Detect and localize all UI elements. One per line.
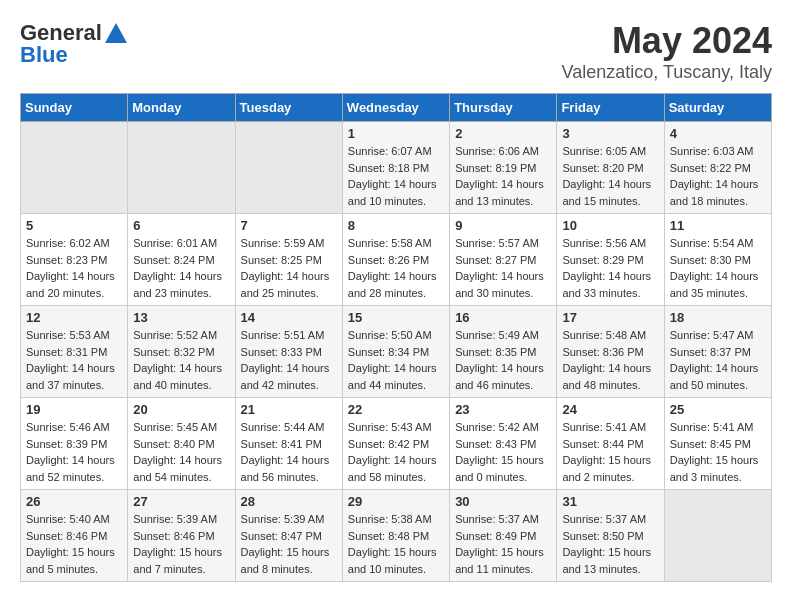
calendar-cell: 3Sunrise: 6:05 AM Sunset: 8:20 PM Daylig… [557, 122, 664, 214]
calendar-week-row: 5Sunrise: 6:02 AM Sunset: 8:23 PM Daylig… [21, 214, 772, 306]
day-number: 15 [348, 310, 444, 325]
day-info: Sunrise: 5:39 AM Sunset: 8:46 PM Dayligh… [133, 511, 229, 577]
day-info: Sunrise: 5:39 AM Sunset: 8:47 PM Dayligh… [241, 511, 337, 577]
calendar-cell: 10Sunrise: 5:56 AM Sunset: 8:29 PM Dayli… [557, 214, 664, 306]
day-info: Sunrise: 5:58 AM Sunset: 8:26 PM Dayligh… [348, 235, 444, 301]
day-number: 19 [26, 402, 122, 417]
day-of-week-header: Wednesday [342, 94, 449, 122]
day-number: 16 [455, 310, 551, 325]
calendar-cell: 4Sunrise: 6:03 AM Sunset: 8:22 PM Daylig… [664, 122, 771, 214]
day-number: 2 [455, 126, 551, 141]
day-number: 18 [670, 310, 766, 325]
day-info: Sunrise: 5:37 AM Sunset: 8:49 PM Dayligh… [455, 511, 551, 577]
day-info: Sunrise: 6:07 AM Sunset: 8:18 PM Dayligh… [348, 143, 444, 209]
day-number: 1 [348, 126, 444, 141]
day-number: 9 [455, 218, 551, 233]
calendar-cell: 12Sunrise: 5:53 AM Sunset: 8:31 PM Dayli… [21, 306, 128, 398]
calendar-cell: 20Sunrise: 5:45 AM Sunset: 8:40 PM Dayli… [128, 398, 235, 490]
calendar-week-row: 19Sunrise: 5:46 AM Sunset: 8:39 PM Dayli… [21, 398, 772, 490]
day-info: Sunrise: 5:47 AM Sunset: 8:37 PM Dayligh… [670, 327, 766, 393]
day-info: Sunrise: 5:46 AM Sunset: 8:39 PM Dayligh… [26, 419, 122, 485]
day-info: Sunrise: 5:50 AM Sunset: 8:34 PM Dayligh… [348, 327, 444, 393]
day-info: Sunrise: 6:06 AM Sunset: 8:19 PM Dayligh… [455, 143, 551, 209]
day-info: Sunrise: 6:01 AM Sunset: 8:24 PM Dayligh… [133, 235, 229, 301]
day-number: 22 [348, 402, 444, 417]
calendar-cell: 26Sunrise: 5:40 AM Sunset: 8:46 PM Dayli… [21, 490, 128, 582]
calendar-cell [664, 490, 771, 582]
calendar-cell: 7Sunrise: 5:59 AM Sunset: 8:25 PM Daylig… [235, 214, 342, 306]
day-info: Sunrise: 5:49 AM Sunset: 8:35 PM Dayligh… [455, 327, 551, 393]
day-number: 25 [670, 402, 766, 417]
calendar-week-row: 1Sunrise: 6:07 AM Sunset: 8:18 PM Daylig… [21, 122, 772, 214]
day-number: 17 [562, 310, 658, 325]
day-number: 7 [241, 218, 337, 233]
calendar-table: SundayMondayTuesdayWednesdayThursdayFrid… [20, 93, 772, 582]
day-number: 30 [455, 494, 551, 509]
day-number: 12 [26, 310, 122, 325]
calendar-cell: 18Sunrise: 5:47 AM Sunset: 8:37 PM Dayli… [664, 306, 771, 398]
calendar-cell: 13Sunrise: 5:52 AM Sunset: 8:32 PM Dayli… [128, 306, 235, 398]
day-number: 29 [348, 494, 444, 509]
day-of-week-header: Tuesday [235, 94, 342, 122]
day-number: 11 [670, 218, 766, 233]
day-number: 5 [26, 218, 122, 233]
day-number: 27 [133, 494, 229, 509]
calendar-cell: 28Sunrise: 5:39 AM Sunset: 8:47 PM Dayli… [235, 490, 342, 582]
day-info: Sunrise: 5:53 AM Sunset: 8:31 PM Dayligh… [26, 327, 122, 393]
calendar-cell: 31Sunrise: 5:37 AM Sunset: 8:50 PM Dayli… [557, 490, 664, 582]
day-number: 3 [562, 126, 658, 141]
calendar-week-row: 12Sunrise: 5:53 AM Sunset: 8:31 PM Dayli… [21, 306, 772, 398]
day-of-week-header: Monday [128, 94, 235, 122]
day-number: 26 [26, 494, 122, 509]
day-number: 21 [241, 402, 337, 417]
day-number: 13 [133, 310, 229, 325]
day-number: 4 [670, 126, 766, 141]
calendar-cell: 5Sunrise: 6:02 AM Sunset: 8:23 PM Daylig… [21, 214, 128, 306]
day-info: Sunrise: 5:52 AM Sunset: 8:32 PM Dayligh… [133, 327, 229, 393]
month-year-title: May 2024 [562, 20, 772, 62]
day-of-week-header: Sunday [21, 94, 128, 122]
logo: General Blue [20, 20, 127, 68]
logo-blue-text: Blue [20, 42, 68, 68]
calendar-cell: 15Sunrise: 5:50 AM Sunset: 8:34 PM Dayli… [342, 306, 449, 398]
page-header: General Blue May 2024 Valenzatico, Tusca… [20, 20, 772, 83]
calendar-cell: 6Sunrise: 6:01 AM Sunset: 8:24 PM Daylig… [128, 214, 235, 306]
calendar-cell: 17Sunrise: 5:48 AM Sunset: 8:36 PM Dayli… [557, 306, 664, 398]
day-info: Sunrise: 5:59 AM Sunset: 8:25 PM Dayligh… [241, 235, 337, 301]
day-number: 8 [348, 218, 444, 233]
location-subtitle: Valenzatico, Tuscany, Italy [562, 62, 772, 83]
day-info: Sunrise: 5:51 AM Sunset: 8:33 PM Dayligh… [241, 327, 337, 393]
calendar-cell: 1Sunrise: 6:07 AM Sunset: 8:18 PM Daylig… [342, 122, 449, 214]
day-info: Sunrise: 5:42 AM Sunset: 8:43 PM Dayligh… [455, 419, 551, 485]
day-info: Sunrise: 5:38 AM Sunset: 8:48 PM Dayligh… [348, 511, 444, 577]
calendar-cell: 21Sunrise: 5:44 AM Sunset: 8:41 PM Dayli… [235, 398, 342, 490]
day-info: Sunrise: 5:45 AM Sunset: 8:40 PM Dayligh… [133, 419, 229, 485]
calendar-cell: 29Sunrise: 5:38 AM Sunset: 8:48 PM Dayli… [342, 490, 449, 582]
day-of-week-header: Saturday [664, 94, 771, 122]
day-info: Sunrise: 5:43 AM Sunset: 8:42 PM Dayligh… [348, 419, 444, 485]
calendar-cell [128, 122, 235, 214]
day-info: Sunrise: 5:57 AM Sunset: 8:27 PM Dayligh… [455, 235, 551, 301]
calendar-cell: 16Sunrise: 5:49 AM Sunset: 8:35 PM Dayli… [450, 306, 557, 398]
day-info: Sunrise: 5:44 AM Sunset: 8:41 PM Dayligh… [241, 419, 337, 485]
calendar-cell [21, 122, 128, 214]
day-info: Sunrise: 6:02 AM Sunset: 8:23 PM Dayligh… [26, 235, 122, 301]
calendar-header-row: SundayMondayTuesdayWednesdayThursdayFrid… [21, 94, 772, 122]
day-info: Sunrise: 6:05 AM Sunset: 8:20 PM Dayligh… [562, 143, 658, 209]
calendar-cell: 14Sunrise: 5:51 AM Sunset: 8:33 PM Dayli… [235, 306, 342, 398]
calendar-cell: 22Sunrise: 5:43 AM Sunset: 8:42 PM Dayli… [342, 398, 449, 490]
calendar-cell: 24Sunrise: 5:41 AM Sunset: 8:44 PM Dayli… [557, 398, 664, 490]
day-info: Sunrise: 5:48 AM Sunset: 8:36 PM Dayligh… [562, 327, 658, 393]
calendar-cell [235, 122, 342, 214]
logo-icon [105, 23, 127, 43]
calendar-cell: 23Sunrise: 5:42 AM Sunset: 8:43 PM Dayli… [450, 398, 557, 490]
calendar-week-row: 26Sunrise: 5:40 AM Sunset: 8:46 PM Dayli… [21, 490, 772, 582]
day-of-week-header: Friday [557, 94, 664, 122]
calendar-cell: 9Sunrise: 5:57 AM Sunset: 8:27 PM Daylig… [450, 214, 557, 306]
day-number: 28 [241, 494, 337, 509]
day-number: 6 [133, 218, 229, 233]
svg-marker-0 [105, 23, 127, 43]
day-number: 14 [241, 310, 337, 325]
calendar-cell: 19Sunrise: 5:46 AM Sunset: 8:39 PM Dayli… [21, 398, 128, 490]
calendar-cell: 8Sunrise: 5:58 AM Sunset: 8:26 PM Daylig… [342, 214, 449, 306]
